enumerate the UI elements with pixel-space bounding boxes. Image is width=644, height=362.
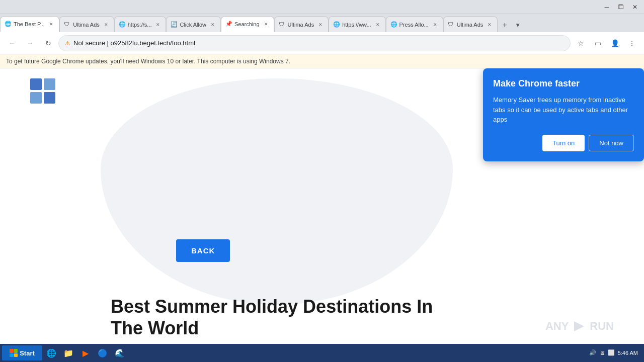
tab-label: Searching [234,21,260,27]
anyrun-text-run: RUN [590,320,614,333]
url-text: Not secure | o92582fu.beget.tech/foo.htm… [73,39,564,47]
close-button[interactable]: ✕ [628,0,642,14]
taskbar-chrome-icon[interactable]: 🔵 [95,345,111,360]
clock-time: 5:46 AM [618,349,638,356]
page-heading: Best Summer Holiday Destinations In The … [111,296,463,339]
navigation-bar: ← → ↻ ⚠ Not secure | o92582fu.beget.tech… [0,32,644,54]
security-icon: ⚠ [65,40,70,47]
heading-line2: The World [111,318,199,338]
omnibox[interactable]: ⚠ Not secure | o92582fu.beget.tech/foo.h… [58,35,571,51]
reload-button[interactable]: ↻ [40,35,56,51]
page-content: BACK Best Summer Holiday Destinations In… [0,68,644,344]
new-tab-button[interactable]: + [498,18,512,32]
speaker-icon[interactable]: 🔊 [589,349,596,356]
tab-press-allow[interactable]: 🌐 Press Allo... ✕ [386,16,443,32]
nav-action-buttons: ☆ ▭ 👤 ⋮ [573,35,640,51]
taskbar-windows-media-icon[interactable]: ▶ [77,345,94,360]
tab-close-button[interactable]: ✕ [154,21,162,28]
tab-ultima-ads-3[interactable]: 🛡 Ultima Ads ✕ [443,16,498,32]
system-clock[interactable]: 5:46 AM [618,349,638,356]
back-button[interactable]: BACK [176,239,230,262]
battery-icon: ⬜ [608,349,615,356]
background-shape [101,78,453,305]
folder-icon: 📁 [63,348,73,358]
tab-click-allow[interactable]: 🔄 Click Allow ✕ [166,16,221,32]
tab-label: https://s... [128,22,152,28]
title-bar: ─ ⧠ ✕ [0,0,644,14]
tab-search-button[interactable]: ▭ [590,35,606,51]
popup-title: Make Chrome faster [493,78,634,89]
windows-flag-icon [10,349,18,357]
tab-favicon: 🌐 [119,21,126,28]
taskbar-ie-icon[interactable]: 🌐 [43,345,59,360]
tab-searching[interactable]: 📌 Searching ✕ [221,16,274,32]
turn-on-button[interactable]: Turn on [542,135,585,151]
tab-overflow-button[interactable]: ▼ [512,18,524,32]
tab-close-button[interactable]: ✕ [103,21,110,28]
menu-button[interactable]: ⋮ [624,35,640,51]
forward-nav-button[interactable]: → [22,35,38,51]
tab-label: Ultima Ads [457,22,484,28]
tab-label: https://ww... [342,22,371,28]
back-nav-button[interactable]: ← [4,35,20,51]
svg-rect-0 [30,78,42,90]
tab-https-ww[interactable]: 🌐 https://ww... ✕ [329,16,385,32]
tab-https-s[interactable]: 🌐 https://s... ✕ [114,16,167,32]
svg-rect-3 [44,92,55,104]
tab-favicon: 🔄 [171,21,178,28]
tab-favicon: 🌐 [5,21,12,28]
svg-marker-4 [574,321,584,331]
taskbar-edge-icon[interactable]: 🌊 [112,345,128,360]
network-icon[interactable]: 🖥 [599,350,605,356]
start-label: Start [20,349,35,357]
tab-label: Press Allo... [399,22,429,28]
chrome-icon: 🔵 [98,348,108,358]
system-tray: 🔊 🖥 ⬜ 5:46 AM [585,349,642,356]
svg-rect-2 [30,92,42,104]
start-button[interactable]: Start [2,345,42,360]
tab-favicon: 🛡 [448,21,455,28]
tab-ultima-ads-2[interactable]: 🛡 Ultima Ads ✕ [274,16,329,32]
restore-button[interactable]: ⧠ [614,0,628,14]
tab-favicon: 🛡 [64,21,71,28]
url-prefix: Not secure | [73,39,110,47]
tab-favicon: 🌐 [390,21,397,28]
edge-icon: 🌊 [115,348,125,358]
tab-label: Ultima Ads [73,22,100,28]
tab-close-button[interactable]: ✕ [374,21,381,28]
taskbar-folder-icon[interactable]: 📁 [60,345,76,360]
bookmark-button[interactable]: ☆ [573,35,589,51]
profile-button[interactable]: 👤 [607,35,623,51]
chrome-faster-popup: Make Chrome faster Memory Saver frees up… [483,68,644,161]
page-logo [30,78,55,104]
url-value: o92582fu.beget.tech/foo.html [110,39,195,47]
svg-rect-1 [44,78,55,90]
tab-close-button[interactable]: ✕ [317,21,324,28]
infobar-text: To get future Google Chrome updates, you… [6,58,290,65]
tab-bar: 🌐 The Best P... ✕ 🛡 Ultima Ads ✕ 🌐 https… [0,14,644,32]
tab-ultima-ads-1[interactable]: 🛡 Ultima Ads ✕ [59,16,114,32]
tab-label: The Best P... [14,21,45,27]
taskbar: Start 🌐 📁 ▶ 🔵 🌊 🔊 🖥 ⬜ 5:46 AM [0,344,644,362]
not-now-button[interactable]: Not now [589,135,634,151]
media-icon: ▶ [83,348,89,358]
heading-line1: Best Summer Holiday Destinations In [111,296,433,317]
tab-favicon: 🛡 [279,21,286,28]
tab-favicon: 🌐 [333,21,340,28]
anyrun-text-any: ANY [545,320,569,333]
minimize-button[interactable]: ─ [600,0,614,14]
tab-close-button[interactable]: ✕ [48,21,55,28]
tab-close-button[interactable]: ✕ [432,21,439,28]
tab-label: Ultima Ads [288,22,314,28]
tab-close-button[interactable]: ✕ [209,21,216,28]
tab-favicon: 📌 [225,21,232,28]
tab-close-button[interactable]: ✕ [263,21,270,28]
ie-icon: 🌐 [46,348,56,358]
infobar: To get future Google Chrome updates, you… [0,54,644,68]
tab-close-button[interactable]: ✕ [486,21,493,28]
tab-label: Click Allow [180,22,206,28]
anyrun-watermark: ANY RUN [545,319,614,334]
popup-actions: Turn on Not now [493,135,634,151]
tab-the-best-p[interactable]: 🌐 The Best P... ✕ [0,16,59,32]
popup-body: Memory Saver frees up memory from inacti… [493,95,634,125]
